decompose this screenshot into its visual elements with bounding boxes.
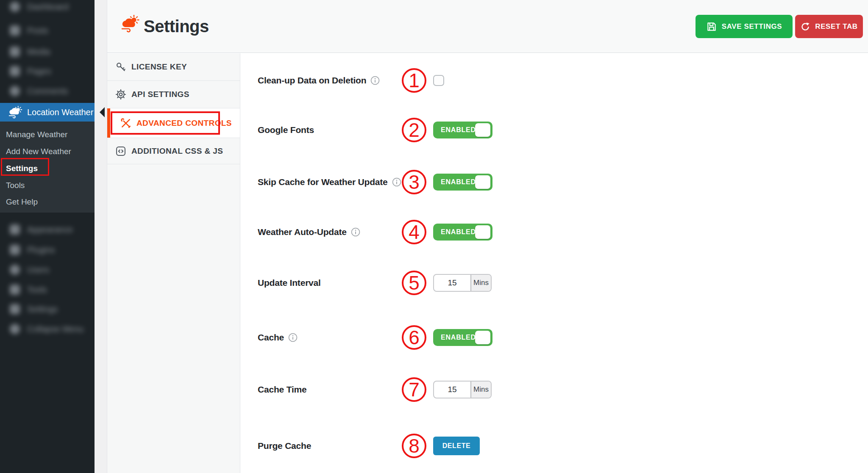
setting-label: Weather Auto-Update bbox=[258, 227, 347, 237]
toggle-knob bbox=[475, 175, 490, 189]
settings-header: Settings SAVE SETTINGS RESET TAB bbox=[107, 0, 868, 53]
annotation-circle-7: 7 bbox=[402, 377, 426, 402]
toggle-knob bbox=[475, 123, 490, 137]
sidebar-bottom-group: Appearance Plugins Users Tools Settings … bbox=[0, 213, 95, 473]
submenu-item-add-new-weather[interactable]: Add New Weather bbox=[0, 143, 95, 160]
wordpress-admin-screen: Dashboard Posts Media Pages Comments Loc… bbox=[0, 0, 868, 473]
setting-label: Cache Time bbox=[258, 384, 307, 395]
toggle-knob bbox=[475, 225, 490, 239]
purge-cache-delete-button[interactable]: DELETE bbox=[433, 437, 480, 455]
advanced-controls-content: Clean-up Data on Deletion 1 Google Fonts… bbox=[240, 53, 868, 473]
comments-icon bbox=[8, 86, 21, 97]
settings-tab-list: LICENSE KEY API SETTINGS bbox=[107, 53, 240, 473]
submenu-item-settings[interactable]: Settings bbox=[0, 160, 95, 177]
weather-cloud-icon bbox=[8, 106, 23, 119]
cache-time-input[interactable]: 15Mins bbox=[433, 381, 492, 398]
sidebar-item-tools[interactable]: Tools bbox=[0, 280, 95, 299]
settings-panel: Settings SAVE SETTINGS RESET TAB bbox=[107, 0, 868, 473]
google-fonts-row: Google Fonts 2 ENABLED bbox=[240, 118, 868, 142]
skip-cache-toggle[interactable]: ENABLED bbox=[433, 174, 492, 191]
cache-row: Cache 6 ENABLED bbox=[240, 325, 868, 350]
tools-wrench-icon bbox=[8, 284, 21, 295]
plugins-icon bbox=[8, 244, 21, 255]
key-icon bbox=[115, 61, 126, 73]
sidebar-item-collapse-menu[interactable]: Collapse Menu bbox=[0, 320, 95, 338]
auto-update-row: Weather Auto-Update 4 ENABLED bbox=[240, 220, 868, 244]
info-icon bbox=[351, 227, 360, 237]
annotation-circle-1: 1 bbox=[402, 68, 426, 93]
tab-license-key[interactable]: LICENSE KEY bbox=[107, 53, 240, 81]
submenu-item-manage-weather[interactable]: Manage Weather bbox=[0, 126, 95, 143]
admin-sidebar: Dashboard Posts Media Pages Comments Loc… bbox=[0, 0, 95, 473]
gear-icon bbox=[115, 89, 126, 100]
tab-additional-css-js[interactable]: ADDITIONAL CSS & JS bbox=[107, 138, 240, 164]
media-icon bbox=[8, 46, 21, 57]
sidebar-item-appearance[interactable]: Appearance bbox=[0, 220, 95, 239]
setting-label: Google Fonts bbox=[258, 125, 314, 135]
setting-label: Skip Cache for Weather Update bbox=[258, 177, 388, 187]
annotation-circle-2: 2 bbox=[402, 118, 426, 142]
skip-cache-row: Skip Cache for Weather Update 3 ENABLED bbox=[240, 170, 868, 194]
purge-cache-row: Purge Cache 8 DELETE bbox=[240, 434, 868, 458]
setting-label: Clean-up Data on Deletion bbox=[258, 75, 366, 86]
annotation-circle-8: 8 bbox=[402, 434, 426, 458]
sidebar-item-comments[interactable]: Comments bbox=[0, 82, 95, 100]
annotation-circle-4: 4 bbox=[402, 220, 426, 244]
reset-tab-button[interactable]: RESET TAB bbox=[795, 15, 863, 38]
sidebar-item-media[interactable]: Media bbox=[0, 42, 95, 61]
tools-icon bbox=[120, 117, 131, 129]
save-settings-button[interactable]: SAVE SETTINGS bbox=[696, 15, 793, 38]
info-icon bbox=[392, 177, 401, 187]
cache-toggle[interactable]: ENABLED bbox=[433, 329, 492, 346]
auto-update-toggle[interactable]: ENABLED bbox=[433, 224, 492, 241]
settings-sliders-icon bbox=[8, 304, 21, 315]
collapse-menu-icon bbox=[8, 324, 21, 335]
setting-label: Update Interval bbox=[258, 278, 321, 288]
appearance-icon bbox=[8, 224, 21, 235]
sidebar-item-location-weather[interactable]: Location Weather bbox=[0, 103, 95, 122]
sidebar-item-dashboard[interactable]: Dashboard bbox=[0, 0, 95, 16]
sidebar-item-posts[interactable]: Posts bbox=[0, 21, 95, 40]
setting-label: Cache bbox=[258, 332, 284, 343]
pages-icon bbox=[8, 66, 21, 77]
cache-time-row: Cache Time 7 15Mins bbox=[240, 377, 868, 402]
posts-icon bbox=[8, 25, 21, 36]
save-floppy-icon bbox=[706, 21, 717, 32]
active-tab-bar bbox=[107, 108, 110, 138]
info-icon bbox=[288, 333, 298, 342]
update-interval-row: Update Interval 5 15Mins bbox=[240, 271, 868, 295]
tab-advanced-controls[interactable]: ADVANCED CONTROLS bbox=[107, 108, 240, 138]
google-fonts-toggle[interactable]: ENABLED bbox=[433, 122, 492, 138]
users-icon bbox=[8, 264, 21, 275]
dashboard-icon bbox=[8, 1, 21, 12]
location-weather-logo-icon bbox=[120, 14, 141, 34]
sidebar-item-users[interactable]: Users bbox=[0, 260, 95, 279]
code-icon bbox=[115, 145, 126, 157]
tab-api-settings[interactable]: API SETTINGS bbox=[107, 81, 240, 108]
sidebar-item-plugins[interactable]: Plugins bbox=[0, 241, 95, 259]
cleanup-data-row: Clean-up Data on Deletion 1 bbox=[240, 68, 868, 93]
annotation-circle-5: 5 bbox=[402, 271, 426, 295]
submenu-item-tools[interactable]: Tools bbox=[0, 177, 95, 194]
update-interval-input[interactable]: 15Mins bbox=[433, 274, 492, 292]
sidebar-item-settings-wp[interactable]: Settings bbox=[0, 300, 95, 318]
setting-label: Purge Cache bbox=[258, 441, 311, 451]
annotation-circle-6: 6 bbox=[402, 325, 426, 350]
annotation-circle-3: 3 bbox=[402, 170, 426, 194]
sidebar-item-pages[interactable]: Pages bbox=[0, 62, 95, 80]
info-icon bbox=[370, 76, 380, 85]
toggle-knob bbox=[475, 331, 490, 344]
page-title: Settings bbox=[144, 0, 209, 53]
header-actions: SAVE SETTINGS RESET TAB bbox=[696, 15, 863, 38]
current-menu-arrow-icon bbox=[95, 107, 105, 117]
location-weather-submenu: Manage Weather Add New Weather Settings … bbox=[0, 122, 95, 213]
reset-icon bbox=[800, 22, 810, 32]
submenu-item-get-help[interactable]: Get Help bbox=[0, 194, 95, 210]
cleanup-checkbox[interactable] bbox=[433, 75, 444, 86]
